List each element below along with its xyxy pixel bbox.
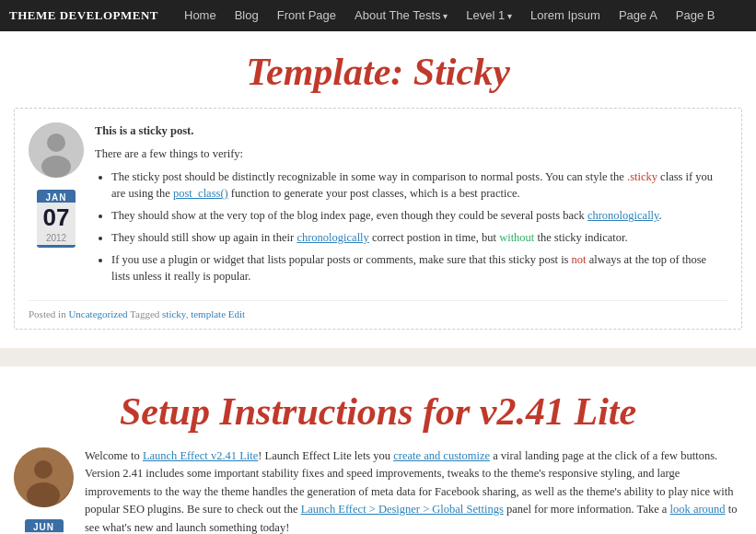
post1-intro: There are a few things to verify: xyxy=(95,145,727,163)
date-day: 07 xyxy=(37,203,76,233)
main-content: Template: Sticky JAN 07 2012 xyxy=(0,31,756,534)
template-tag[interactable]: template xyxy=(191,308,226,319)
bullet-3: They should still show up again in their… xyxy=(111,229,727,247)
svg-point-1 xyxy=(47,134,65,152)
post2-title: Setup Instructions for v2.41 Lite xyxy=(0,371,756,447)
post1-text: This is a sticky post. There are a few t… xyxy=(95,122,727,291)
chronologically-link: chronologically xyxy=(587,209,659,222)
site-brand[interactable]: THEME DEVELOPMENT xyxy=(9,8,158,23)
nav-item-lorem[interactable]: Lorem Ipsum xyxy=(521,0,610,31)
post2-section: Setup Instructions for v2.41 Lite JUN 13 xyxy=(0,371,756,534)
nav-link-pageb[interactable]: Page B xyxy=(667,0,725,31)
sticky-class: .sticky xyxy=(627,170,660,183)
without-text: without xyxy=(499,231,534,244)
avatar xyxy=(29,122,84,178)
post1-card: JAN 07 2012 This is a sticky post. There… xyxy=(14,108,742,330)
nav-link-pagea[interactable]: Page A xyxy=(610,0,667,31)
nav-item-pagea[interactable]: Page A xyxy=(610,0,667,31)
nav-link-blog[interactable]: Blog xyxy=(226,0,268,31)
svg-point-2 xyxy=(41,156,71,178)
post1-section: Template: Sticky JAN 07 2012 xyxy=(0,31,756,330)
sticky-label: This is a sticky post. xyxy=(95,124,193,137)
svg-point-4 xyxy=(34,460,52,479)
chrono-link2: chronologically xyxy=(297,231,368,244)
nav-link-about[interactable]: About The Tests xyxy=(345,0,457,32)
post1-body: JAN 07 2012 This is a sticky post. There… xyxy=(29,122,727,291)
post2-body: JUN 13 Welcome to Launch Effect v2.41 Li… xyxy=(0,447,756,534)
nav-item-home[interactable]: Home xyxy=(175,0,226,31)
nav-link-lorem[interactable]: Lorem Ipsum xyxy=(521,0,610,31)
date-year: 2012 xyxy=(37,233,76,245)
post2-date-badge: JUN 13 xyxy=(25,519,64,534)
post2-para1: Welcome to Launch Effect v2.41 Lite! Lau… xyxy=(85,447,742,534)
edit-link[interactable]: Edit xyxy=(228,308,245,319)
post2-text: Welcome to Launch Effect v2.41 Lite! Lau… xyxy=(85,447,742,534)
nav-item-blog[interactable]: Blog xyxy=(226,0,268,31)
post-class-link[interactable]: post_class() xyxy=(173,187,228,200)
nav-link-level1[interactable]: Level 1 xyxy=(457,0,521,32)
bullet-2: They should show at the very top of the … xyxy=(111,207,727,225)
svg-point-5 xyxy=(27,482,60,507)
post2-avatar xyxy=(14,447,74,507)
uncategorized-link[interactable]: Uncategorized xyxy=(68,308,127,319)
sticky-tag[interactable]: sticky xyxy=(162,308,186,319)
nav-item-level1[interactable]: Level 1 xyxy=(457,0,521,32)
post1-bullets: The sticky post should be distinctly rec… xyxy=(111,168,727,286)
section-divider xyxy=(0,348,756,366)
bullet-1: The sticky post should be distinctly rec… xyxy=(111,168,727,203)
main-nav: THEME DEVELOPMENT Home Blog Front Page A… xyxy=(0,0,756,31)
nav-item-about[interactable]: About The Tests xyxy=(345,0,457,32)
post1-meta: Posted in Uncategorized Tagged sticky, t… xyxy=(29,300,727,319)
nav-item-frontpage[interactable]: Front Page xyxy=(268,0,345,31)
nav-menu: Home Blog Front Page About The Tests Lev… xyxy=(175,0,724,32)
bullet-4: If you use a plugin or widget that lists… xyxy=(111,251,727,286)
nav-item-pageb[interactable]: Page B xyxy=(667,0,725,31)
date-month: JAN xyxy=(37,192,76,203)
nav-link-home[interactable]: Home xyxy=(175,0,226,31)
post1-title: Template: Sticky xyxy=(0,31,756,108)
date-badge: JAN 07 2012 xyxy=(37,190,76,248)
not-text: not xyxy=(572,253,587,266)
nav-link-frontpage[interactable]: Front Page xyxy=(268,0,345,31)
post2-date-month: JUN xyxy=(25,522,64,532)
